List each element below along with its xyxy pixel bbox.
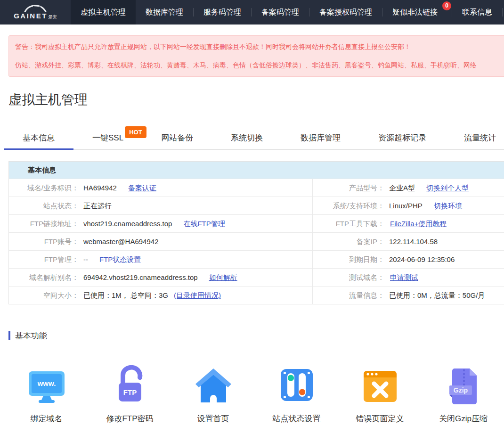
field-value: webmaster@HA694942 [83, 233, 158, 250]
field-value: 122.114.104.58 [389, 233, 438, 250]
function-label: 设置首页 [197, 413, 229, 424]
main-menu: 虚拟主机管理 数据库管理 服务码管理 备案码管理 备案授权码管理 疑似非法链接 … [71, 0, 503, 25]
function-label: 错误页面定义 [356, 413, 404, 424]
function-error-page[interactable]: 错误页面定义 [338, 360, 422, 424]
nav-divider [502, 8, 503, 16]
ftp-status-link[interactable]: FTP状态设置 [99, 251, 141, 268]
nav-item-contact-info[interactable]: 联系信息 [452, 0, 502, 25]
field-label: 域名/业务标识： [9, 179, 79, 197]
function-label: 绑定域名 [31, 413, 63, 424]
svg-text:FTP: FTP [123, 388, 136, 396]
brand-logo[interactable]: GAINET景安 [0, 0, 71, 25]
tab-one-click-ssl[interactable]: 一键SSLHOT [73, 132, 142, 149]
tab-system-switch[interactable]: 系统切换 [212, 132, 282, 149]
nav-item-vhost-management[interactable]: 虚拟主机管理 [71, 0, 136, 25]
table-row: 域名/业务标识： HA694942 备案认证 产品型号： 企业A型 切换到个人型 [9, 179, 504, 197]
tab-traffic-stats[interactable]: 流量统计 [445, 132, 504, 149]
field-value: 已使用：1M， 总空间：3G [83, 287, 168, 304]
tab-basic-info[interactable]: 基本信息 [4, 132, 73, 149]
section-accent-bar [8, 331, 10, 340]
field-label: FTP链接地址： [9, 215, 79, 232]
field-value: 2024-06-09 12:35:06 [389, 251, 455, 268]
icp-verify-link[interactable]: 备案认证 [128, 179, 156, 197]
dir-usage-link[interactable]: (目录使用情况) [174, 287, 221, 304]
home-icon [193, 360, 234, 405]
function-grid: www. 绑定域名 FTP 修改FTP密码 [5, 360, 504, 424]
filezilla-download-link[interactable]: FileZilla+使用教程 [390, 215, 447, 232]
function-change-ftp-password[interactable]: FTP 修改FTP密码 [88, 360, 171, 424]
function-label: 关闭Gzip压缩 [439, 413, 488, 424]
field-label: 空间大小： [9, 287, 79, 304]
field-label: 到期日期： [313, 251, 384, 268]
table-row: FTP管理： -- FTP状态设置 到期日期： 2024-06-09 12:35… [9, 250, 504, 268]
svg-text:www.: www. [37, 379, 56, 387]
how-to-resolve-link[interactable]: 如何解析 [209, 269, 237, 286]
warning-line-2: 仿站、游戏外挂、彩票、博彩、在线棋牌、法轮功、黄赌毒、木马、病毒、色情（含低俗擦… [15, 56, 504, 74]
field-label: 域名解析别名： [9, 269, 79, 286]
logo-arc-icon [23, 5, 48, 12]
function-site-status[interactable]: 站点状态设置 [255, 360, 338, 424]
field-label: 产品型号： [313, 179, 384, 197]
nav-item-icp-code[interactable]: 备案码管理 [252, 0, 309, 25]
function-set-homepage[interactable]: 设置首页 [171, 360, 255, 424]
field-label: 备案IP： [313, 233, 384, 250]
field-value: -- [83, 251, 88, 268]
table-row: FTP链接地址： vhost219.cnameaddress.top 在线FTP… [9, 214, 504, 232]
table-row: FTP账号： webmaster@HA694942 备案IP： 122.114.… [9, 232, 504, 250]
nav-item-database-management[interactable]: 数据库管理 [136, 0, 193, 25]
function-label: 修改FTP密码 [106, 413, 153, 424]
table-row: 站点状态： 正在运行 系统/支持环境： Linux/PHP 切换环境 [9, 197, 504, 214]
field-value: HA694942 [83, 179, 117, 197]
table-row: 空间大小： 已使用：1M， 总空间：3G (目录使用情况) 流量信息： 已使用：… [9, 286, 504, 304]
nav-item-service-code[interactable]: 服务码管理 [194, 0, 251, 25]
gzip-file-icon: Gzip [443, 360, 484, 405]
field-value: 已使用：0M，总流量：50G/月 [389, 287, 485, 304]
table-row: 域名解析别名： 694942.vhost219.cnameaddress.top… [9, 268, 504, 286]
error-page-icon [360, 360, 400, 405]
ftp-lock-icon: FTP [110, 360, 150, 405]
apply-test-domain-link[interactable]: 申请测试 [390, 269, 418, 286]
switch-env-link[interactable]: 切换环境 [434, 197, 462, 214]
field-label: FTP管理： [9, 251, 79, 268]
top-navigation: GAINET景安 虚拟主机管理 数据库管理 服务码管理 备案码管理 备案授权码管… [0, 0, 504, 25]
notification-badge: 0 [442, 1, 451, 10]
tab-resource-overage[interactable]: 资源超标记录 [359, 132, 445, 149]
field-value: 企业A型 [389, 179, 415, 197]
field-label: FTP账号： [9, 233, 79, 250]
brand-name: GAINET景安 [14, 13, 57, 20]
field-label: 流量信息： [313, 287, 384, 304]
function-gzip[interactable]: Gzip 关闭Gzip压缩 [422, 360, 504, 424]
basic-info-table: 基本信息 域名/业务标识： HA694942 备案认证 产品型号： 企业A型 切… [8, 161, 504, 304]
function-bind-domain[interactable]: www. 绑定域名 [5, 360, 88, 424]
page-title: 虚拟主机管理 [8, 91, 504, 109]
warning-banner: 警告：我司虚拟主机产品只允许放置正规网站，以下网站一经发现直接删除且不退款！同时… [8, 35, 504, 77]
field-label: 测试域名： [313, 269, 384, 286]
monitor-www-icon: www. [26, 360, 67, 405]
section-header: 基本功能 [8, 330, 504, 341]
tab-site-backup[interactable]: 网站备份 [142, 132, 212, 149]
toggles-icon [276, 360, 317, 405]
field-value: Linux/PHP [389, 197, 423, 214]
field-value: vhost219.cnameaddress.top [83, 215, 172, 232]
switch-plan-link[interactable]: 切换到个人型 [426, 179, 469, 197]
field-label: FTP工具下载： [313, 215, 384, 232]
tab-bar: 基本信息 一键SSLHOT 网站备份 系统切换 数据库管理 资源超标记录 流量统… [4, 132, 504, 150]
tab-database-management[interactable]: 数据库管理 [282, 132, 359, 149]
field-value: 正在运行 [83, 197, 112, 214]
field-label: 系统/支持环境： [313, 197, 384, 214]
nav-item-icp-auth-code[interactable]: 备案授权码管理 [309, 0, 382, 25]
nav-item-suspicious-links[interactable]: 疑似非法链接 0 [382, 0, 452, 25]
section-title: 基本功能 [15, 330, 47, 341]
table-header: 基本信息 [9, 162, 504, 179]
function-label: 站点状态设置 [273, 413, 321, 424]
field-label: 站点状态： [9, 197, 79, 214]
field-value: 694942.vhost219.cnameaddress.top [83, 269, 198, 286]
warning-line-1: 警告：我司虚拟主机产品只允许放置正规网站，以下网站一经发现直接删除且不退款！同时… [15, 38, 504, 56]
online-ftp-link[interactable]: 在线FTP管理 [183, 215, 225, 232]
svg-text:Gzip: Gzip [453, 386, 467, 394]
